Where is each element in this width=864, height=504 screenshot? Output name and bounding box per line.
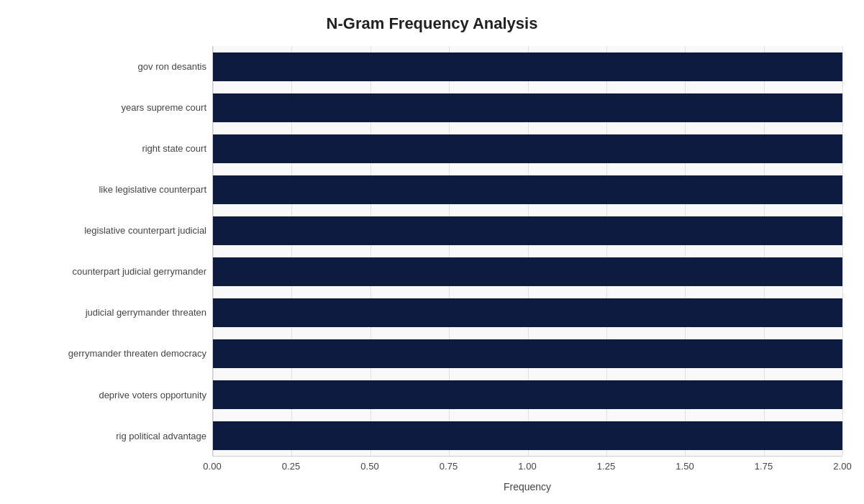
grid-line xyxy=(842,46,843,456)
x-axis: 0.000.250.500.751.001.251.501.752.00 xyxy=(212,457,842,461)
x-tick: 1.00 xyxy=(518,461,536,472)
bar-row xyxy=(213,169,842,210)
y-label: rig political advantage xyxy=(22,416,206,457)
x-tick: 0.75 xyxy=(440,461,458,472)
bar xyxy=(213,298,842,327)
bar xyxy=(213,421,842,450)
bar xyxy=(213,93,842,122)
bar xyxy=(213,134,842,163)
y-label: like legislative counterpart xyxy=(22,169,206,210)
y-labels: gov ron desantisyears supreme courtright… xyxy=(22,46,212,457)
y-label: judicial gerrymander threaten xyxy=(22,293,206,334)
chart-container: N-Gram Frequency Analysis gov ron desant… xyxy=(0,0,864,504)
bar-row xyxy=(213,210,842,251)
x-tick: 1.50 xyxy=(676,461,694,472)
y-label: deprive voters opportunity xyxy=(22,375,206,416)
bar-row xyxy=(213,333,842,374)
bar xyxy=(213,380,842,409)
bar-row xyxy=(213,415,842,456)
y-label: legislative counterpart judicial xyxy=(22,210,206,251)
bar-row xyxy=(213,374,842,415)
bar-row xyxy=(213,46,842,87)
x-tick: 1.25 xyxy=(597,461,615,472)
y-label: right state court xyxy=(22,128,206,169)
bar-row xyxy=(213,87,842,128)
y-label: years supreme court xyxy=(22,87,206,128)
bar xyxy=(213,216,842,245)
y-label: gerrymander threaten democracy xyxy=(22,334,206,375)
bar xyxy=(213,257,842,286)
bar-row xyxy=(213,292,842,333)
chart-area: gov ron desantisyears supreme courtright… xyxy=(22,46,842,435)
bars-and-grid xyxy=(212,46,842,457)
bars-section: gov ron desantisyears supreme courtright… xyxy=(22,46,842,457)
bar xyxy=(213,339,842,368)
x-tick: 0.00 xyxy=(203,461,221,472)
bar xyxy=(213,52,842,81)
y-label: counterpart judicial gerrymander xyxy=(22,252,206,293)
x-tick: 0.25 xyxy=(282,461,300,472)
chart-title: N-Gram Frequency Analysis xyxy=(22,14,842,33)
bar xyxy=(213,175,842,204)
bar-row xyxy=(213,128,842,169)
x-tick: 0.50 xyxy=(360,461,378,472)
bar-row xyxy=(213,251,842,292)
x-axis-label: Frequency xyxy=(212,481,842,492)
x-tick: 1.75 xyxy=(755,461,773,472)
y-label: gov ron desantis xyxy=(22,46,206,87)
x-tick: 2.00 xyxy=(833,461,851,472)
